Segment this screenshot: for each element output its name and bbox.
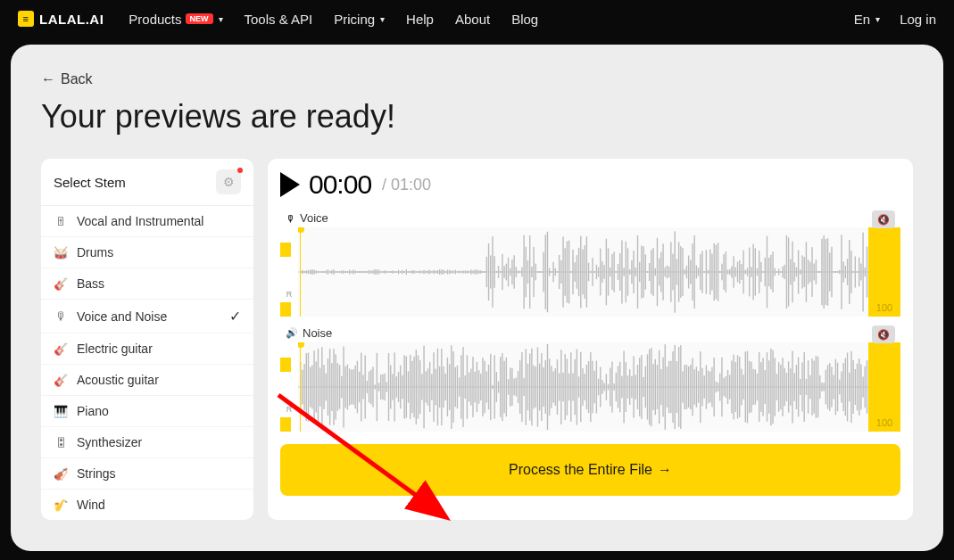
svg-rect-516 bbox=[739, 357, 740, 417]
svg-rect-376 bbox=[465, 375, 466, 399]
svg-rect-142 bbox=[577, 255, 577, 289]
svg-rect-524 bbox=[755, 369, 756, 404]
nav-tools[interactable]: Tools & API bbox=[245, 12, 313, 27]
svg-rect-222 bbox=[733, 256, 734, 287]
svg-rect-369 bbox=[451, 345, 452, 429]
svg-rect-170 bbox=[631, 260, 632, 284]
logo[interactable]: ≡ LALAL.AI bbox=[18, 11, 104, 27]
svg-rect-437 bbox=[584, 374, 585, 400]
playhead[interactable] bbox=[300, 227, 301, 317]
svg-rect-29 bbox=[355, 271, 356, 274]
svg-rect-4 bbox=[306, 270, 307, 273]
stem-item[interactable]: 🎚Vocal and Instrumental bbox=[41, 206, 253, 237]
svg-rect-11 bbox=[319, 271, 320, 273]
svg-rect-470 bbox=[649, 350, 650, 425]
nav-blog[interactable]: Blog bbox=[511, 12, 538, 27]
svg-rect-89 bbox=[472, 270, 473, 273]
lang-selector[interactable]: En ▾ bbox=[854, 12, 880, 27]
stem-sidebar: Select Stem ⚙ 🎚Vocal and Instrumental🥁Dr… bbox=[41, 159, 253, 520]
stem-item[interactable]: 🎻Strings bbox=[41, 458, 253, 490]
svg-rect-494 bbox=[696, 366, 697, 408]
svg-rect-251 bbox=[790, 259, 791, 285]
volume-slider[interactable]: 100 bbox=[868, 342, 900, 432]
mute-button[interactable]: 🔇 bbox=[872, 325, 895, 343]
svg-rect-422 bbox=[555, 368, 556, 406]
mute-button[interactable]: 🔇 bbox=[872, 210, 895, 228]
stem-item[interactable]: 🥁Drums bbox=[41, 237, 253, 268]
svg-rect-27 bbox=[351, 271, 352, 274]
stem-item[interactable]: 🎹Piano bbox=[41, 396, 253, 427]
stem-item[interactable]: 🎸Bass bbox=[41, 268, 253, 300]
playhead[interactable] bbox=[300, 342, 301, 432]
settings-button[interactable]: ⚙ bbox=[216, 169, 241, 194]
stem-item[interactable]: 🎙Voice and Noise✓ bbox=[41, 300, 253, 334]
volume-slider[interactable]: 100 bbox=[868, 227, 900, 317]
svg-rect-410 bbox=[531, 349, 532, 425]
play-button[interactable] bbox=[280, 172, 300, 197]
svg-rect-452 bbox=[613, 383, 614, 391]
svg-rect-274 bbox=[835, 271, 836, 273]
svg-rect-139 bbox=[570, 271, 571, 273]
svg-rect-155 bbox=[601, 261, 602, 283]
svg-rect-79 bbox=[452, 271, 453, 273]
svg-rect-184 bbox=[659, 259, 660, 286]
nav-pricing[interactable]: Pricing ▾ bbox=[334, 12, 385, 27]
svg-rect-454 bbox=[618, 366, 618, 408]
svg-rect-46 bbox=[388, 271, 389, 273]
svg-rect-315 bbox=[345, 366, 346, 408]
nav-products[interactable]: Products NEW ▾ bbox=[129, 12, 222, 27]
svg-rect-305 bbox=[326, 374, 327, 401]
stem-item[interactable]: 🎸Electric guitar bbox=[41, 334, 253, 365]
svg-rect-309 bbox=[333, 349, 334, 424]
svg-rect-87 bbox=[469, 271, 469, 273]
svg-rect-514 bbox=[735, 362, 736, 412]
stem-item[interactable]: 🎛Synthesizer bbox=[41, 427, 253, 458]
svg-rect-497 bbox=[701, 368, 702, 407]
nav-about[interactable]: About bbox=[455, 12, 490, 27]
svg-rect-192 bbox=[675, 231, 676, 312]
svg-rect-331 bbox=[377, 353, 377, 421]
svg-rect-445 bbox=[600, 366, 601, 407]
svg-rect-39 bbox=[374, 269, 375, 275]
svg-rect-48 bbox=[392, 270, 393, 273]
svg-rect-336 bbox=[386, 382, 387, 391]
track-voice: 🎙 Voice 🔇 L R bbox=[280, 209, 900, 317]
stem-item[interactable]: 🎷Wind bbox=[41, 490, 253, 520]
svg-rect-176 bbox=[643, 246, 643, 297]
svg-rect-35 bbox=[367, 271, 368, 273]
stem-item[interactable]: 🎸Acoustic guitar bbox=[41, 365, 253, 396]
svg-rect-426 bbox=[562, 373, 563, 401]
svg-rect-483 bbox=[675, 345, 676, 429]
channel-marker bbox=[280, 417, 291, 432]
svg-rect-411 bbox=[533, 366, 534, 409]
svg-rect-7 bbox=[311, 269, 312, 275]
process-button[interactable]: Process the Entire File → bbox=[280, 444, 900, 496]
svg-rect-92 bbox=[478, 270, 479, 274]
svg-rect-41 bbox=[378, 270, 379, 275]
svg-rect-250 bbox=[788, 237, 789, 306]
back-button[interactable]: ← Back bbox=[41, 71, 913, 87]
svg-rect-117 bbox=[527, 260, 528, 284]
waveform-voice[interactable] bbox=[298, 227, 868, 317]
stem-icon: 🎛 bbox=[54, 435, 68, 449]
svg-rect-525 bbox=[757, 374, 758, 401]
svg-rect-370 bbox=[452, 351, 453, 423]
svg-rect-279 bbox=[845, 266, 846, 278]
svg-rect-258 bbox=[804, 257, 805, 287]
svg-rect-44 bbox=[384, 270, 385, 274]
svg-rect-306 bbox=[328, 358, 328, 416]
svg-rect-477 bbox=[662, 358, 663, 417]
svg-rect-188 bbox=[667, 266, 668, 279]
waveform-noise[interactable] bbox=[298, 342, 868, 432]
svg-rect-457 bbox=[623, 351, 624, 424]
svg-rect-360 bbox=[433, 352, 434, 422]
nav-help[interactable]: Help bbox=[406, 12, 434, 27]
login-link[interactable]: Log in bbox=[900, 12, 936, 27]
svg-rect-165 bbox=[621, 240, 622, 303]
svg-rect-509 bbox=[726, 376, 726, 398]
svg-rect-349 bbox=[411, 361, 412, 413]
svg-rect-90 bbox=[474, 269, 475, 274]
svg-rect-353 bbox=[419, 360, 420, 414]
svg-rect-9 bbox=[316, 270, 317, 273]
svg-rect-157 bbox=[606, 239, 607, 306]
